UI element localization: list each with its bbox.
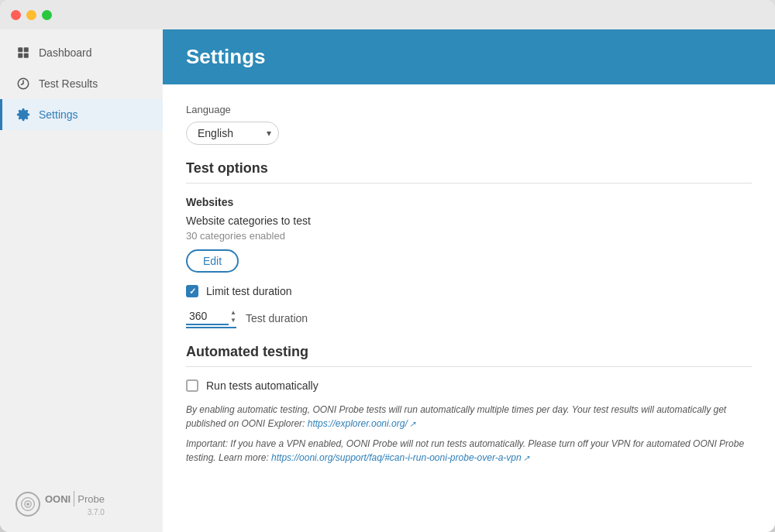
duration-input[interactable] [186,308,229,325]
limit-duration-label: Limit test duration [206,285,292,297]
checkmark-icon: ✓ [189,287,196,297]
important-text: Important: If you have a VPN enabled, OO… [186,437,752,465]
svg-rect-1 [24,47,29,52]
sidebar-item-test-results-label: Test Results [39,77,98,90]
ooni-text: OONI [45,493,71,505]
svg-rect-2 [18,53,22,58]
sidebar-item-dashboard-label: Dashboard [39,46,92,59]
app-window: Dashboard Test Results [0,0,775,532]
spinner-down-button[interactable]: ▼ [230,317,236,324]
title-bar [0,0,775,29]
sidebar-item-settings-label: Settings [39,108,78,121]
test-options-heading: Test options [186,160,752,177]
websites-heading: Websites [186,196,752,208]
categories-label: Website categories to test [186,215,752,227]
logo-text-group: OONI Probe 3.7.0 [45,491,105,517]
categories-count: 30 categories enabled [186,230,752,242]
duration-field-group: ▲ ▼ [186,308,236,328]
sidebar-item-test-results[interactable]: Test Results [0,68,163,99]
svg-rect-0 [18,47,22,52]
duration-row: ▲ ▼ Test duration [186,308,752,328]
language-label: Language [186,104,752,115]
sidebar: Dashboard Test Results [0,29,163,532]
svg-rect-3 [24,53,29,58]
ooni-logo-icon [16,492,40,517]
probe-text: Probe [78,493,105,505]
app-body: Dashboard Test Results [0,29,775,532]
limit-duration-checkbox[interactable]: ✓ [186,285,198,297]
language-select[interactable]: English Español Français Deutsch [186,122,279,145]
svg-point-7 [27,503,29,505]
sidebar-item-dashboard[interactable]: Dashboard [0,37,163,68]
automated-testing-heading: Automated testing [186,344,752,360]
page-title: Settings [186,45,752,69]
maximize-button[interactable] [42,10,52,20]
sidebar-bottom: OONI Probe 3.7.0 [0,475,163,532]
run-auto-row: Run tests automatically [186,379,752,392]
explorer-link[interactable]: https://explorer.ooni.org/ [308,418,415,429]
close-button[interactable] [11,10,21,20]
duration-spinners: ▲ ▼ [230,309,236,324]
info-text: By enabling automatic testing, OONI Prob… [186,403,752,431]
main-content: Settings Language English Español França… [163,29,775,532]
logo-divider [74,491,74,506]
traffic-lights [11,10,52,20]
language-select-wrapper: English Español Français Deutsch ▾ [186,122,279,145]
page-body: Language English Español Français Deutsc… [163,84,775,532]
vpn-link[interactable]: https://ooni.org/support/faq/#can-i-run-… [271,452,529,463]
run-auto-label: Run tests automatically [206,379,319,392]
run-auto-checkbox[interactable] [186,379,198,392]
limit-duration-row: ✓ Limit test duration [186,285,752,297]
page-header: Settings [163,29,775,84]
spinner-up-button[interactable]: ▲ [230,309,236,317]
sidebar-item-settings[interactable]: Settings [0,99,163,130]
duration-label: Test duration [246,312,308,324]
version-text: 3.7.0 [45,508,105,517]
dashboard-icon [16,45,31,60]
ooni-logo: OONI Probe 3.7.0 [16,491,105,517]
history-icon [16,76,31,91]
test-options-divider [186,183,752,184]
gear-icon [16,107,31,122]
automated-testing-divider [186,366,752,367]
edit-button[interactable]: Edit [186,249,239,273]
minimize-button[interactable] [26,10,36,20]
